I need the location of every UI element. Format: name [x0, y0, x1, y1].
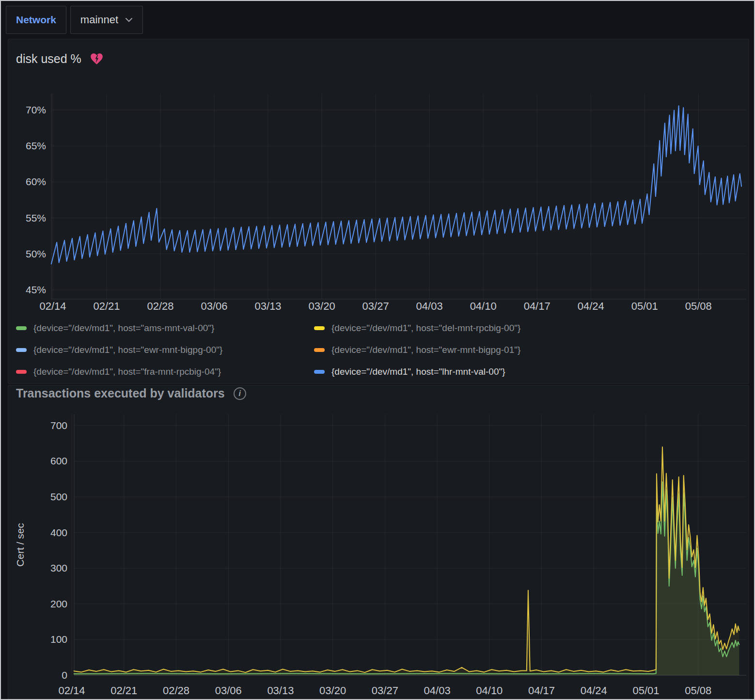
x-tick-label: 05/08 — [685, 300, 712, 312]
x-tick-label: 03/20 — [319, 684, 346, 697]
y-tick-label: 50% — [26, 248, 46, 259]
y-tick-label: 0 — [62, 669, 67, 681]
legend-swatch-icon — [16, 370, 27, 374]
series-line — [51, 106, 741, 264]
y-tick-label: 400 — [50, 527, 67, 538]
y-tick-label: 55% — [26, 212, 46, 223]
legend-item[interactable]: {device="/dev/md1", host="ewr-mnt-bigpg-… — [314, 343, 520, 357]
legend-label: {device="/dev/md1", host="ewr-mnt-bigpg-… — [33, 345, 222, 355]
y-tick-label: 100 — [50, 634, 67, 645]
x-tick-label: 05/01 — [631, 300, 658, 312]
x-tick-label: 04/17 — [524, 300, 551, 312]
x-tick-label: 04/03 — [416, 300, 443, 312]
y-tick-label: 600 — [50, 455, 67, 466]
legend-item[interactable]: {device="/dev/md1", host="lhr-mnt-val-00… — [314, 365, 520, 379]
legend-swatch-icon — [314, 370, 325, 374]
series-line — [74, 482, 739, 674]
x-tick-label: 04/24 — [578, 300, 604, 312]
legend-label: {device="/dev/md1", host="ewr-mnt-bigpg-… — [331, 345, 520, 355]
grafana-dashboard: Network mainnet disk used % 02/1402/2102… — [0, 0, 755, 700]
x-tick-label: 03/13 — [255, 300, 282, 312]
network-variable-select[interactable]: mainnet — [70, 6, 143, 34]
legend-label: {device="/dev/md1", host="lhr-mnt-val-00… — [331, 366, 505, 377]
legend-item[interactable]: {device="/dev/md1", host="fra-mnt-rpcbig… — [16, 365, 314, 379]
y-tick-label: 700 — [50, 420, 67, 431]
x-tick-label: 04/10 — [470, 300, 497, 312]
series-area — [74, 447, 739, 675]
x-tick-label: 02/28 — [163, 684, 189, 697]
y-tick-label: 200 — [50, 598, 67, 609]
x-tick-label: 02/28 — [147, 300, 174, 312]
legend-label: {device="/dev/md1", host="fra-mnt-rpcbig… — [33, 366, 221, 377]
x-tick-label: 04/03 — [424, 684, 451, 697]
x-tick-label: 04/24 — [581, 684, 607, 697]
x-tick-label: 03/27 — [362, 300, 389, 312]
x-tick-label: 03/13 — [267, 684, 294, 697]
x-tick-label: 05/01 — [632, 684, 659, 697]
x-tick-label: 04/17 — [528, 684, 555, 697]
panel-transactions: Transactions executed by validators i 02… — [8, 385, 749, 700]
series-line — [74, 447, 739, 672]
x-tick-label: 02/21 — [93, 300, 120, 312]
legend-swatch-icon — [16, 326, 27, 330]
x-tick-label: 03/06 — [215, 684, 242, 697]
x-tick-label: 02/21 — [110, 684, 137, 697]
network-variable-value[interactable]: mainnet — [80, 14, 118, 26]
legend-swatch-icon — [16, 348, 27, 352]
legend-item[interactable]: {device="/dev/md1", host="ewr-mnt-bigpg-… — [16, 343, 314, 357]
transactions-chart-plot[interactable]: 02/1402/2102/2803/0603/1303/2003/2704/03… — [8, 385, 749, 700]
x-tick-label: 04/10 — [476, 684, 503, 697]
y-tick-label: 45% — [26, 284, 46, 295]
y-axis-label: Cert / sec — [15, 523, 26, 567]
y-tick-label: 500 — [50, 491, 67, 502]
series-area — [74, 482, 739, 675]
chevron-down-icon — [125, 16, 133, 24]
network-variable-label-box: Network — [6, 6, 66, 34]
y-tick-label: 65% — [26, 140, 46, 151]
y-tick-label: 70% — [26, 104, 46, 115]
legend-swatch-icon — [314, 348, 325, 352]
x-tick-label: 03/27 — [372, 684, 398, 697]
legend-label: {device="/dev/md1", host="del-mnt-rpcbig… — [331, 323, 520, 334]
y-tick-label: 300 — [50, 562, 67, 573]
x-tick-label: 05/08 — [685, 684, 711, 697]
legend-item[interactable]: {device="/dev/md1", host="ams-mnt-val-00… — [16, 321, 314, 335]
x-tick-label: 02/14 — [39, 300, 66, 312]
x-tick-label: 03/20 — [309, 300, 335, 312]
disk-used-legend: {device="/dev/md1", host="ams-mnt-val-00… — [16, 321, 520, 379]
legend-item[interactable]: {device="/dev/md1", host="del-mnt-rpcbig… — [314, 321, 520, 335]
variable-bar: Network mainnet — [6, 6, 143, 34]
y-tick-label: 60% — [26, 176, 46, 187]
x-tick-label: 03/06 — [201, 300, 228, 312]
legend-swatch-icon — [314, 326, 325, 330]
legend-label: {device="/dev/md1", host="ams-mnt-val-00… — [33, 323, 214, 334]
panel-disk-used: disk used % 02/1402/2102/2803/0603/1303/… — [8, 39, 749, 384]
network-variable-label: Network — [16, 14, 56, 26]
x-tick-label: 02/14 — [58, 684, 85, 697]
